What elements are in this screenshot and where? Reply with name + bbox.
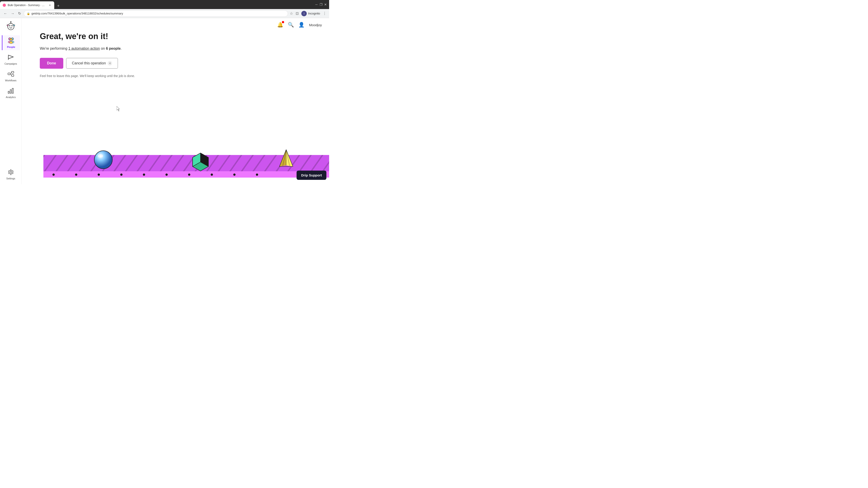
tab-favicon (3, 4, 6, 7)
bottom-band (43, 148, 329, 184)
sidebar-item-settings[interactable]: Settings (2, 167, 20, 182)
window-controls: ─ ❐ ✕ (315, 3, 329, 6)
svg-point-24 (10, 171, 12, 173)
svg-rect-22 (10, 90, 11, 93)
dot-row (43, 173, 329, 176)
campaigns-icon (7, 54, 14, 61)
tab-close-button[interactable]: ✕ (48, 3, 52, 7)
dot-10 (256, 173, 258, 176)
dot-2 (75, 173, 77, 176)
star-icon[interactable]: ☆ (290, 11, 293, 15)
tab-bar: Bulk Operation - Summary · Drip ✕ + (0, 0, 61, 9)
page-heading: Great, we're on it! (40, 32, 311, 41)
svg-point-13 (9, 41, 13, 43)
sidebar-item-campaigns[interactable]: Campaigns (2, 52, 20, 67)
sidebar-item-people[interactable]: People (2, 35, 20, 50)
cancel-button[interactable]: Cancel this operation 4 (66, 58, 118, 69)
subtitle-middle: on (100, 46, 106, 51)
sidebar-item-analytics[interactable]: Analytics (2, 86, 20, 100)
forward-button[interactable]: → (10, 11, 16, 17)
sidebar-item-workflows[interactable]: Workflows (2, 69, 20, 84)
analytics-icon (7, 87, 14, 95)
user-profile-icon[interactable]: 👤 (298, 22, 305, 28)
url-text: getdrip.com/7641396/bulk_operations/3481… (31, 12, 285, 15)
minimize-button[interactable]: ─ (315, 3, 318, 6)
svg-rect-23 (12, 88, 13, 93)
user-avatar: I (301, 11, 307, 16)
sidebar-label-campaigns: Campaigns (4, 62, 17, 65)
workflows-icon (7, 70, 14, 78)
svg-line-19 (10, 72, 11, 74)
hint-text: Feel free to leave this page. We'll keep… (40, 74, 311, 78)
svg-point-3 (11, 25, 12, 26)
subtitle-bold: 6 people (106, 46, 121, 51)
refresh-button[interactable]: ↻ (17, 10, 22, 17)
main-content: 🔔 🔍 👤 Moodjoy Great, we're on it! We're … (22, 18, 329, 184)
button-row: Done Cancel this operation 4 (40, 58, 311, 69)
svg-marker-14 (8, 55, 13, 59)
nav-actions: ☆ ⊡ I Incognito ⋮ (290, 11, 327, 16)
svg-point-1 (8, 24, 14, 30)
svg-line-20 (10, 74, 11, 75)
lock-icon: 🔒 (27, 12, 30, 15)
search-icon[interactable]: 🔍 (288, 22, 294, 28)
people-icon (7, 37, 15, 45)
restore-button[interactable]: ❐ (319, 3, 323, 6)
app-layout: People Campaigns (0, 18, 329, 184)
svg-point-25 (94, 151, 112, 169)
svg-point-7 (13, 25, 15, 26)
drip-logo[interactable] (5, 21, 16, 32)
dot-4 (120, 173, 123, 176)
cube-shape (191, 152, 210, 173)
subtitle-link[interactable]: 1 automation action (68, 46, 100, 51)
sidebar-label-settings: Settings (6, 177, 16, 180)
back-button[interactable]: ← (3, 11, 8, 17)
sphere-shape (93, 150, 114, 171)
address-bar[interactable]: 🔒 getdrip.com/7641396/bulk_operations/34… (24, 10, 288, 17)
notification-badge (282, 21, 284, 23)
cancel-button-label: Cancel this operation (72, 61, 106, 65)
sidebar: People Campaigns (0, 18, 22, 184)
cancel-badge: 4 (107, 61, 112, 66)
browser-menu-icon[interactable]: ⋮ (323, 11, 327, 15)
subtitle-suffix: . (121, 46, 122, 51)
dot-8 (211, 173, 213, 176)
nav-bar: ← → ↻ 🔒 getdrip.com/7641396/bulk_operati… (0, 9, 329, 18)
close-button[interactable]: ✕ (324, 3, 327, 6)
new-tab-button[interactable]: + (55, 3, 61, 9)
sidebar-label-people: People (7, 46, 15, 48)
pyramid-shape (278, 149, 294, 172)
user-name: Moodjoy (309, 23, 322, 27)
header-right: 🔔 🔍 👤 Moodjoy (277, 18, 329, 32)
svg-point-2 (9, 25, 10, 26)
done-button[interactable]: Done (40, 58, 63, 69)
subtitle-prefix: We're performing (40, 46, 68, 51)
page-subtitle: We're performing 1 automation action on … (40, 46, 311, 51)
svg-rect-21 (8, 91, 9, 93)
svg-point-6 (7, 25, 8, 26)
notification-icon[interactable]: 🔔 (277, 22, 283, 28)
dot-5 (143, 173, 145, 176)
dot-3 (98, 173, 100, 176)
settings-icon (8, 169, 14, 176)
user-pill[interactable]: I Incognito (301, 11, 320, 16)
extension-icon[interactable]: ⊡ (296, 11, 299, 15)
drip-support-button[interactable]: Drip Support (297, 170, 327, 180)
svg-rect-18 (11, 74, 14, 76)
svg-point-26 (98, 154, 103, 158)
svg-point-10 (10, 38, 12, 40)
incognito-label: Incognito (308, 12, 320, 15)
sidebar-label-analytics: Analytics (6, 96, 16, 98)
svg-point-5 (10, 22, 11, 23)
sidebar-label-workflows: Workflows (5, 79, 17, 82)
tab-title: Bulk Operation - Summary · Drip (8, 4, 46, 7)
dot-1 (53, 173, 55, 176)
browser-chrome: Bulk Operation - Summary · Drip ✕ + ─ ❐ … (0, 0, 329, 9)
active-tab[interactable]: Bulk Operation - Summary · Drip ✕ (0, 1, 54, 9)
dot-7 (188, 173, 190, 176)
dot-9 (233, 173, 236, 176)
svg-rect-17 (11, 71, 14, 73)
dot-6 (165, 173, 168, 176)
svg-rect-16 (8, 73, 10, 75)
